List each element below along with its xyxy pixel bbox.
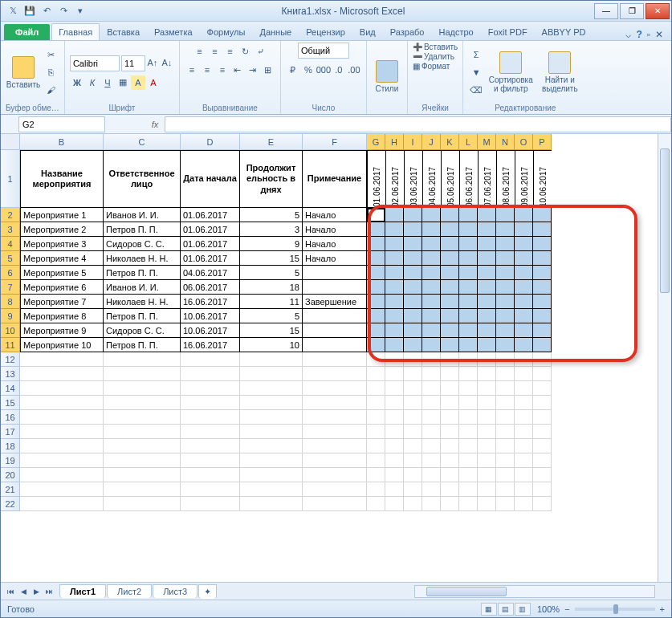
data-cell[interactable]: Начало [303, 208, 367, 222]
layout-view-icon[interactable]: ▤ [498, 603, 514, 616]
gantt-cell[interactable] [515, 295, 533, 309]
row-header-10[interactable]: 10 [1, 323, 20, 338]
gantt-cell[interactable] [441, 338, 459, 352]
empty-cell[interactable] [422, 425, 441, 439]
empty-cell[interactable] [367, 468, 385, 482]
gantt-cell[interactable] [496, 323, 515, 338]
gantt-cell[interactable] [478, 266, 496, 280]
data-cell[interactable]: Завершение [303, 295, 367, 309]
gantt-cell[interactable] [533, 323, 552, 338]
gantt-cell[interactable] [404, 338, 422, 352]
empty-cell[interactable] [478, 439, 496, 453]
empty-cell[interactable] [404, 482, 422, 497]
sheet-tab-2[interactable]: Лист2 [107, 584, 152, 598]
data-cell[interactable]: Мероприятие 9 [20, 323, 104, 338]
row-header-8[interactable]: 8 [1, 295, 20, 309]
empty-cell[interactable] [496, 468, 515, 482]
data-cell[interactable]: 9 [240, 237, 303, 251]
gantt-cell[interactable] [367, 280, 385, 295]
date-header-cell[interactable]: 03.06.2017 [404, 150, 422, 208]
data-cell[interactable]: 15 [240, 323, 303, 338]
vertical-scrollbar[interactable] [658, 134, 671, 582]
empty-cell[interactable] [404, 381, 422, 396]
empty-cell[interactable] [515, 425, 533, 439]
empty-cell[interactable] [441, 482, 459, 497]
empty-cell[interactable] [441, 410, 459, 425]
empty-cell[interactable] [459, 439, 478, 453]
gantt-cell[interactable] [459, 323, 478, 338]
empty-cell[interactable] [303, 439, 367, 453]
gantt-cell[interactable] [422, 237, 441, 251]
tab-home[interactable]: Главная [51, 23, 100, 40]
empty-cell[interactable] [303, 396, 367, 410]
gantt-cell[interactable] [385, 266, 404, 280]
col-header-F[interactable]: F [303, 134, 367, 150]
gantt-cell[interactable] [422, 295, 441, 309]
tab-layout[interactable]: Разметка [147, 23, 200, 40]
format-cells-button[interactable]: ▦Формат [413, 62, 450, 71]
empty-cell[interactable] [181, 367, 240, 381]
date-header-cell[interactable]: 07.06.2017 [478, 150, 496, 208]
sheet-new-icon[interactable]: ✦ [198, 584, 217, 599]
empty-cell[interactable] [181, 352, 240, 367]
gantt-cell[interactable] [459, 295, 478, 309]
row-header-16[interactable]: 16 [1, 410, 20, 425]
data-cell[interactable]: Мероприятие 3 [20, 237, 104, 251]
empty-cell[interactable] [533, 482, 552, 497]
empty-cell[interactable] [422, 453, 441, 468]
minimize-button[interactable]: — [594, 3, 618, 19]
fill-icon[interactable]: ▼ [468, 64, 484, 80]
data-cell[interactable]: Начало [303, 237, 367, 251]
header-cell[interactable]: Дата начала [181, 150, 240, 208]
gantt-cell[interactable] [441, 208, 459, 222]
gantt-cell[interactable] [367, 222, 385, 237]
font-color-icon[interactable]: A [146, 75, 161, 90]
date-header-cell[interactable]: 08.06.2017 [496, 150, 515, 208]
gantt-cell[interactable] [478, 295, 496, 309]
empty-cell[interactable] [303, 497, 367, 511]
empty-cell[interactable] [181, 468, 240, 482]
empty-cell[interactable] [404, 497, 422, 511]
col-header-M[interactable]: M [478, 134, 496, 150]
align-top-icon[interactable]: ≡ [192, 44, 206, 59]
gantt-cell[interactable] [441, 295, 459, 309]
zoom-level[interactable]: 100% [537, 604, 560, 614]
empty-cell[interactable] [367, 352, 385, 367]
font-size-combo[interactable]: 11 [121, 55, 145, 71]
gantt-cell[interactable] [496, 309, 515, 323]
header-cell[interactable]: Продолжит ельность в днях [240, 150, 303, 208]
empty-cell[interactable] [240, 497, 303, 511]
tab-abbyy[interactable]: ABBYY PD [535, 23, 593, 40]
ribbon-options-icon[interactable]: ▫ [647, 29, 650, 40]
empty-cell[interactable] [422, 396, 441, 410]
currency-icon[interactable]: ₽ [286, 63, 300, 77]
gantt-cell[interactable] [367, 309, 385, 323]
col-header-E[interactable]: E [240, 134, 303, 150]
gantt-cell[interactable] [478, 222, 496, 237]
empty-cell[interactable] [533, 468, 552, 482]
data-cell[interactable]: 01.06.2017 [181, 237, 240, 251]
header-cell[interactable]: Название мероприятия [20, 150, 104, 208]
gantt-cell[interactable] [404, 323, 422, 338]
gantt-cell[interactable] [496, 280, 515, 295]
help-icon[interactable]: ? [636, 29, 641, 40]
row-header-17[interactable]: 17 [1, 425, 20, 439]
sheet-tab-1[interactable]: Лист1 [59, 584, 106, 598]
gantt-cell[interactable] [515, 251, 533, 266]
empty-cell[interactable] [240, 482, 303, 497]
date-header-cell[interactable]: 10.06.2017 [533, 150, 552, 208]
data-cell[interactable]: Иванов И. И. [104, 280, 181, 295]
empty-cell[interactable] [515, 396, 533, 410]
italic-button[interactable]: К [85, 75, 100, 90]
empty-cell[interactable] [20, 497, 104, 511]
empty-cell[interactable] [422, 439, 441, 453]
empty-cell[interactable] [104, 497, 181, 511]
gantt-cell[interactable] [459, 338, 478, 352]
delete-cells-button[interactable]: ➖Удалить [413, 52, 454, 61]
empty-cell[interactable] [441, 352, 459, 367]
gantt-cell[interactable] [404, 295, 422, 309]
data-cell[interactable]: Петров П. П. [104, 338, 181, 352]
empty-cell[interactable] [367, 381, 385, 396]
empty-cell[interactable] [404, 410, 422, 425]
tab-insert[interactable]: Вставка [100, 23, 147, 40]
